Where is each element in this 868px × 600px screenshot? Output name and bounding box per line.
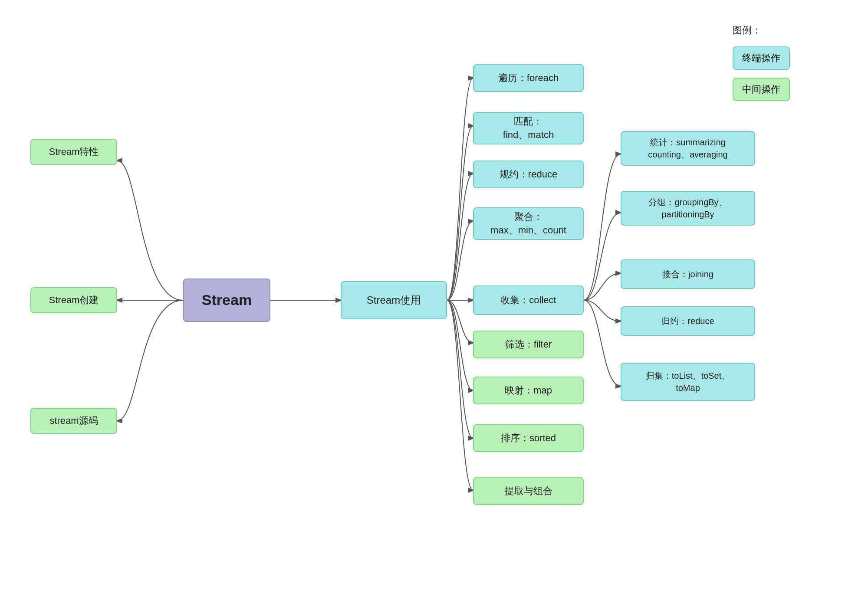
collect-node-4: 归约：reduce	[621, 306, 755, 336]
right-node-5: 收集：collect	[473, 285, 584, 315]
right-node-2-label: 匹配： find、match	[503, 115, 554, 142]
collect-node-1-label: 统计：summarizing counting、averaging	[648, 136, 727, 161]
right-node-1: 遍历：foreach	[473, 64, 584, 92]
collect-node-5-label: 归集：toList、toSet、 toMap	[646, 370, 730, 394]
right-node-4: 聚合： max、min、count	[473, 207, 584, 240]
left-node-2: Stream创建	[30, 287, 117, 313]
legend-box: 图例： 终端操作 中间操作	[733, 24, 790, 101]
right-node-4-label: 聚合： max、min、count	[490, 210, 566, 237]
left-node-3: stream源码	[30, 408, 117, 434]
middle-node: Stream使用	[341, 281, 447, 319]
right-node-3: 规约：reduce	[473, 161, 584, 188]
legend-terminal: 终端操作	[733, 46, 790, 70]
legend-title: 图例：	[733, 24, 790, 37]
collect-node-3: 接合：joining	[621, 259, 755, 289]
right-node-8: 排序：sorted	[473, 424, 584, 452]
diagram-container: Stream Stream特性 Stream创建 stream源码 Stream…	[0, 0, 868, 600]
right-node-7: 映射：map	[473, 377, 584, 404]
collect-node-2: 分组：groupingBy、 partitioningBy	[621, 191, 755, 226]
collect-node-1: 统计：summarizing counting、averaging	[621, 131, 755, 166]
center-node: Stream	[183, 279, 270, 322]
collect-node-5: 归集：toList、toSet、 toMap	[621, 363, 755, 401]
legend-intermediate: 中间操作	[733, 78, 790, 101]
right-node-6: 筛选：filter	[473, 331, 584, 358]
collect-node-2-label: 分组：groupingBy、 partitioningBy	[648, 196, 727, 220]
right-node-9: 提取与组合	[473, 477, 584, 505]
right-node-2: 匹配： find、match	[473, 112, 584, 144]
left-node-1: Stream特性	[30, 139, 117, 165]
